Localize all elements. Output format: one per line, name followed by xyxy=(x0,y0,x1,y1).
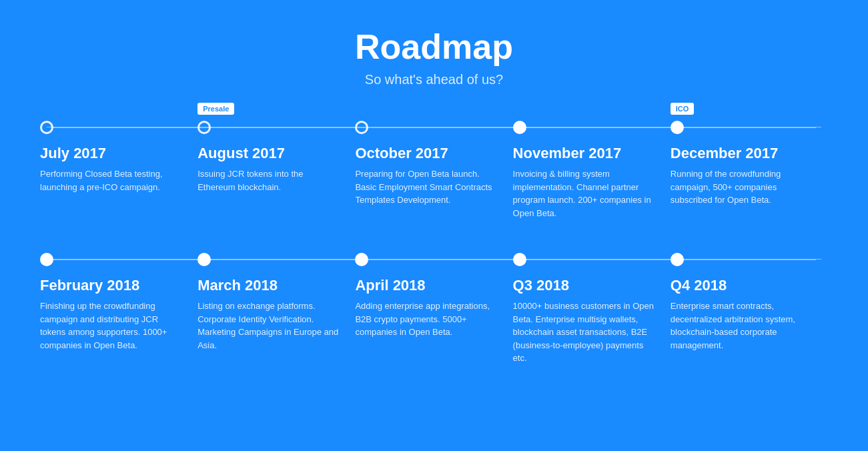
desc-april2018: Adding enterprise app integrations, B2B … xyxy=(355,300,499,339)
dot-august2017 xyxy=(197,121,211,134)
desc-october2017: Preparing for Open Beta launch. Basic Em… xyxy=(355,167,499,207)
page-subtitle: So what's ahead of us? xyxy=(40,72,828,87)
timeline-item-august2017: August 2017Issuing JCR tokens into the E… xyxy=(197,145,355,219)
dot-march2018 xyxy=(197,253,211,266)
timeline-row-2: February 2018Finishing up the crowdfundi… xyxy=(40,253,828,365)
desc-december2017: Running of the crowdfunding campaign, 50… xyxy=(671,167,815,207)
month-feb2018: February 2018 xyxy=(40,277,184,294)
month-april2018: April 2018 xyxy=(355,277,499,294)
timeline-item-q32018: Q3 201810000+ business customers in Open… xyxy=(513,277,671,365)
dot-feb2018 xyxy=(40,253,53,266)
month-october2017: October 2017 xyxy=(355,145,499,162)
timeline-item-december2017: December 2017Running of the crowdfunding… xyxy=(671,145,828,219)
month-q32018: Q3 2018 xyxy=(513,277,657,294)
desc-feb2018: Finishing up the crowdfunding campaign a… xyxy=(40,300,184,352)
month-december2017: December 2017 xyxy=(671,145,815,162)
desc-november2017: Invoicing & billing system implementatio… xyxy=(513,167,657,219)
timeline-item-q42018: Q4 2018Enterprise smart contracts, decen… xyxy=(671,277,828,365)
month-march2018: March 2018 xyxy=(197,277,342,294)
dot-april2018 xyxy=(355,253,368,266)
timeline-item-feb2018: February 2018Finishing up the crowdfundi… xyxy=(40,277,197,365)
dot-december2017 xyxy=(671,121,684,134)
dot-q42018 xyxy=(671,253,684,266)
month-august2017: August 2017 xyxy=(197,145,342,162)
desc-august2017: Issuing JCR tokens into the Ethereum blo… xyxy=(197,167,342,193)
timeline-item-april2018: April 2018Adding enterprise app integrat… xyxy=(355,277,512,365)
timeline-row-1: PresaleICO July 2017Performing Closed Be… xyxy=(40,121,828,219)
timeline-item-march2018: March 2018Listing on exchange platforms.… xyxy=(197,277,355,365)
badge-august2017: Presale xyxy=(197,103,234,115)
timeline-item-july2017: July 2017Performing Closed Beta testing,… xyxy=(40,145,197,219)
dot-q32018 xyxy=(513,253,526,266)
timeline-items-row2 xyxy=(40,253,828,266)
dot-july2017 xyxy=(40,121,53,134)
timeline-item-november2017: November 2017Invoicing & billing system … xyxy=(513,145,671,219)
month-july2017: July 2017 xyxy=(40,145,184,162)
month-november2017: November 2017 xyxy=(513,145,657,162)
badge-december2017: ICO xyxy=(671,103,695,115)
month-q42018: Q4 2018 xyxy=(671,277,815,294)
dot-november2017 xyxy=(513,121,526,134)
timeline-item-october2017: October 2017Preparing for Open Beta laun… xyxy=(355,145,512,219)
page-header: Roadmap So what's ahead of us? xyxy=(40,27,828,87)
desc-q32018: 10000+ business customers in Open Beta. … xyxy=(513,300,657,365)
desc-march2018: Listing on exchange platforms. Corporate… xyxy=(197,300,342,352)
timeline-items-row1: PresaleICO xyxy=(40,121,828,134)
page-title: Roadmap xyxy=(40,27,828,67)
desc-q42018: Enterprise smart contracts, decentralize… xyxy=(671,300,815,352)
dot-october2017 xyxy=(355,121,368,134)
desc-july2017: Performing Closed Beta testing, launchin… xyxy=(40,167,184,193)
